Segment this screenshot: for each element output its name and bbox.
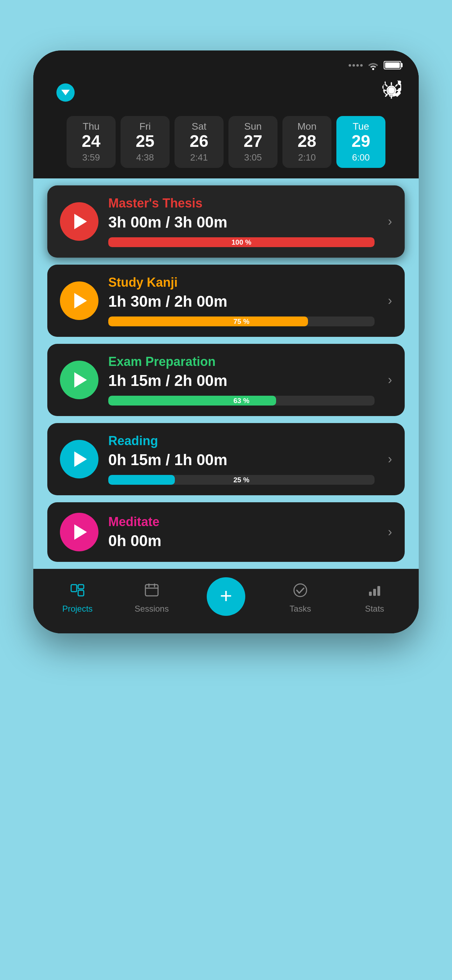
- project-name: Study Kanji: [108, 275, 374, 290]
- svg-rect-4: [78, 585, 84, 589]
- day-name: Sun: [236, 121, 270, 132]
- nav-item-tasks[interactable]: Tasks: [276, 582, 325, 614]
- day-item-26[interactable]: Sat 26 2:41: [175, 116, 224, 168]
- day-selector: Thu 24 3:59 Fri 25 4:38 Sat 26 2:41 Sun …: [33, 113, 419, 178]
- day-name: Fri: [128, 121, 162, 132]
- progress-bar-container: 63 %: [108, 396, 374, 406]
- nav-label-projects: Projects: [62, 604, 93, 614]
- svg-rect-5: [78, 590, 84, 596]
- wifi-icon: [367, 60, 379, 70]
- status-icons: [349, 60, 401, 70]
- project-card-masters-thesis[interactable]: Master's Thesis 3h 00m / 3h 00m 100 % ›: [47, 185, 405, 258]
- play-button-study-kanji[interactable]: [60, 282, 99, 320]
- day-name: Sat: [182, 121, 216, 132]
- day-time: 2:41: [182, 152, 216, 163]
- project-name: Master's Thesis: [108, 196, 374, 211]
- project-name: Exam Preparation: [108, 354, 374, 369]
- progress-bar-fill: [108, 317, 308, 326]
- project-card-meditate[interactable]: Meditate 0h 00m ›: [47, 502, 405, 562]
- play-icon: [74, 372, 87, 388]
- projects-icon: [70, 582, 85, 601]
- sessions-icon: [144, 582, 159, 601]
- svg-rect-3: [71, 585, 77, 592]
- play-button-exam-preparation[interactable]: [60, 361, 99, 399]
- day-number: 26: [182, 132, 216, 151]
- card-content: Reading 0h 15m / 1h 00m 25 %: [108, 434, 374, 485]
- project-time: 3h 00m / 3h 00m: [108, 213, 374, 231]
- add-button[interactable]: +: [207, 577, 245, 616]
- project-card-exam-preparation[interactable]: Exam Preparation 1h 15m / 2h 00m 63 % ›: [47, 344, 405, 416]
- day-time: 6:00: [344, 152, 378, 163]
- nav-label-sessions: Sessions: [135, 604, 169, 614]
- nav-label-tasks: Tasks: [290, 604, 311, 614]
- day-number: 24: [74, 132, 108, 151]
- chevron-down-icon: [61, 90, 70, 95]
- battery-icon: [384, 61, 401, 69]
- status-bar: [33, 51, 419, 73]
- nav-item-add[interactable]: +: [202, 577, 250, 619]
- card-content: Exam Preparation 1h 15m / 2h 00m 63 %: [108, 354, 374, 406]
- chevron-right-icon: ›: [388, 214, 392, 229]
- settings-button[interactable]: [382, 81, 401, 104]
- nav-item-sessions[interactable]: Sessions: [127, 582, 176, 614]
- progress-label: 100 %: [232, 238, 251, 246]
- project-name: Meditate: [108, 514, 374, 529]
- progress-label: 25 %: [233, 476, 250, 484]
- day-item-28[interactable]: Mon 28 2:10: [282, 116, 331, 168]
- play-button-reading[interactable]: [60, 440, 99, 479]
- play-icon: [74, 214, 87, 229]
- stats-icon: [367, 582, 382, 601]
- nav-item-stats[interactable]: Stats: [350, 582, 399, 614]
- card-content: Meditate 0h 00m: [108, 514, 374, 550]
- play-button-masters-thesis[interactable]: [60, 202, 99, 241]
- nav-label-stats: Stats: [365, 604, 384, 614]
- play-icon: [74, 293, 87, 309]
- nav-item-projects[interactable]: Projects: [53, 582, 102, 614]
- svg-rect-11: [369, 592, 372, 596]
- day-number: 29: [344, 132, 378, 151]
- day-item-29[interactable]: Tue 29 6:00: [336, 116, 385, 168]
- dropdown-button[interactable]: [56, 83, 75, 102]
- project-time: 0h 00m: [108, 532, 374, 550]
- day-time: 3:05: [236, 152, 270, 163]
- chevron-right-icon: ›: [388, 525, 392, 539]
- progress-bar-container: 25 %: [108, 475, 374, 485]
- svg-rect-6: [145, 585, 158, 596]
- svg-rect-12: [373, 589, 376, 596]
- bottom-nav: Projects Sessions + Tasks Stats: [33, 569, 419, 633]
- play-icon: [74, 524, 87, 540]
- project-name: Reading: [108, 434, 374, 448]
- chevron-right-icon: ›: [388, 372, 392, 387]
- svg-rect-13: [377, 586, 380, 596]
- day-number: 27: [236, 132, 270, 151]
- day-item-24[interactable]: Thu 24 3:59: [67, 116, 116, 168]
- play-button-meditate[interactable]: [60, 513, 99, 551]
- phone-mockup: Thu 24 3:59 Fri 25 4:38 Sat 26 2:41 Sun …: [33, 51, 419, 633]
- card-content: Study Kanji 1h 30m / 2h 00m 75 %: [108, 275, 374, 326]
- card-content: Master's Thesis 3h 00m / 3h 00m 100 %: [108, 196, 374, 247]
- day-time: 3:59: [74, 152, 108, 163]
- play-icon: [74, 452, 87, 467]
- progress-label: 75 %: [233, 317, 250, 325]
- day-time: 2:10: [290, 152, 324, 163]
- project-card-reading[interactable]: Reading 0h 15m / 1h 00m 25 % ›: [47, 423, 405, 495]
- day-number: 25: [128, 132, 162, 151]
- day-item-25[interactable]: Fri 25 4:38: [121, 116, 170, 168]
- plus-icon: +: [220, 585, 232, 606]
- day-name: Tue: [344, 121, 378, 132]
- app-header: [33, 73, 419, 113]
- day-item-27[interactable]: Sun 27 3:05: [228, 116, 277, 168]
- svg-point-2: [389, 88, 393, 92]
- progress-bar-fill: [108, 475, 175, 485]
- project-card-study-kanji[interactable]: Study Kanji 1h 30m / 2h 00m 75 % ›: [47, 265, 405, 337]
- signal-icon: [349, 64, 363, 67]
- progress-bar-container: 75 %: [108, 317, 374, 326]
- day-name: Thu: [74, 121, 108, 132]
- projects-title-group: [51, 83, 75, 102]
- tasks-icon: [293, 582, 308, 601]
- projects-list: Master's Thesis 3h 00m / 3h 00m 100 % › …: [33, 178, 419, 569]
- project-time: 1h 30m / 2h 00m: [108, 293, 374, 310]
- chevron-right-icon: ›: [388, 293, 392, 308]
- day-name: Mon: [290, 121, 324, 132]
- day-time: 4:38: [128, 152, 162, 163]
